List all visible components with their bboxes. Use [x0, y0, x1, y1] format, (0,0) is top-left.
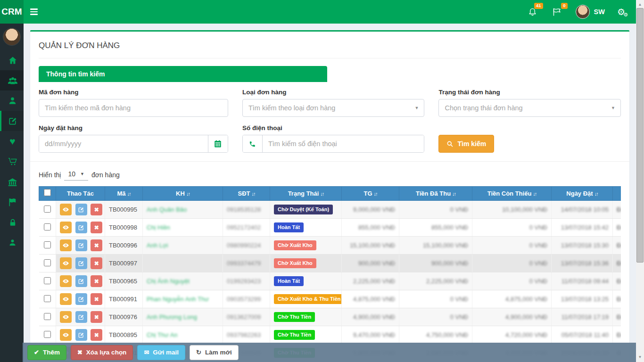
sort-icon[interactable]: ↓↑: [452, 191, 455, 197]
sidebar-user-avatar[interactable]: [3, 28, 21, 46]
sort-icon[interactable]: ↓↑: [594, 191, 598, 197]
send-mail-label: Gửi mail: [153, 349, 179, 356]
delete-button[interactable]: ✖: [91, 204, 102, 215]
total-cell: 9,470,000 VNĐ: [342, 326, 399, 344]
edit-button[interactable]: [75, 257, 87, 269]
sidebar-item-home[interactable]: [0, 50, 24, 70]
row-checkbox[interactable]: [44, 295, 51, 302]
column-header-Tiền Còn Thiếu[interactable]: Tiền Còn Thiếu↓↑: [472, 187, 552, 201]
sidebar-item-person[interactable]: [0, 232, 24, 253]
sidebar-item-bank[interactable]: [0, 172, 24, 192]
sidebar-item-users[interactable]: [0, 70, 24, 90]
delete-button[interactable]: ✖: [91, 329, 102, 341]
edit-button[interactable]: [75, 275, 87, 287]
sort-icon[interactable]: ↓↑: [533, 191, 536, 197]
sidebar-item-heart[interactable]: ♥: [0, 131, 24, 151]
page-size-select[interactable]: 10 ▼: [64, 169, 88, 181]
sidebar-item-flag[interactable]: [0, 192, 24, 212]
delete-button[interactable]: ✖: [91, 239, 102, 251]
remaining-cell: 10,100,000 VNĐ: [472, 201, 552, 219]
view-button[interactable]: [60, 222, 72, 233]
order-code-input[interactable]: [39, 99, 228, 117]
status-badge: Chờ Thu Tiền: [274, 330, 315, 340]
phone-input[interactable]: [263, 135, 424, 152]
sort-icon[interactable]: ↓↑: [374, 191, 377, 197]
row-checkbox[interactable]: [44, 241, 51, 248]
order-date-input[interactable]: [39, 135, 208, 152]
column-header-TG[interactable]: TG↓↑: [342, 187, 399, 201]
search-button[interactable]: Tìm kiếm: [438, 135, 494, 153]
scrollbar-thumb[interactable]: [636, 8, 644, 263]
calendar-button[interactable]: [208, 135, 228, 152]
sidebar-item-cart[interactable]: [0, 151, 24, 172]
scroll-down-arrow[interactable]: ▼: [636, 354, 644, 361]
column-header-KH[interactable]: KH↓↑: [143, 187, 223, 201]
customer-cell[interactable]: Anh Phương Long: [143, 308, 223, 326]
edit-button[interactable]: [75, 293, 87, 305]
sidebar-item-edit[interactable]: [0, 111, 24, 131]
sort-icon[interactable]: ↓↑: [252, 191, 255, 197]
order-type-select[interactable]: Tìm kiếm theo loại đơn hàng ▼: [242, 99, 425, 117]
row-checkbox[interactable]: [44, 313, 51, 320]
sidebar-toggle-button[interactable]: [24, 0, 44, 24]
vertical-scrollbar[interactable]: ▲ ▼: [636, 0, 644, 362]
refresh-button[interactable]: ↻ Làm mới: [190, 345, 239, 360]
column-header-SĐT[interactable]: SĐT↓↑: [223, 187, 270, 201]
order-code-cell: TB000976: [105, 308, 143, 326]
app-logo[interactable]: CRM: [0, 0, 24, 24]
delete-selection-button[interactable]: ✖ Xóa lựa chọn: [71, 345, 133, 360]
settings-button[interactable]: ⚙⚙: [617, 8, 625, 16]
order-status-select[interactable]: Chọn trạng thái đơn hàng ▼: [438, 99, 621, 117]
view-button[interactable]: [60, 239, 72, 251]
add-button[interactable]: ✔ Thêm: [27, 345, 66, 360]
customer-cell[interactable]: Anh Quân Bảo: [143, 201, 223, 219]
view-button[interactable]: [60, 257, 72, 269]
customer-cell[interactable]: Chị Ánh Nguyệt: [143, 272, 223, 290]
sort-icon[interactable]: ↓↑: [186, 191, 190, 197]
edit-button[interactable]: [75, 329, 87, 341]
row-select-cell: [39, 255, 56, 272]
edit-button[interactable]: [75, 311, 87, 323]
sidebar-item-user[interactable]: [0, 90, 24, 111]
customer-cell[interactable]: [143, 255, 223, 272]
order-date-group: [39, 135, 228, 153]
customer-cell[interactable]: Chị Hiền: [143, 219, 223, 237]
customer-cell[interactable]: Phan Nguyễn Anh Thư: [143, 290, 223, 308]
notifications-button[interactable]: 41: [527, 5, 539, 19]
user-menu[interactable]: SW: [576, 5, 605, 19]
view-button[interactable]: [60, 311, 72, 323]
column-header-Mã[interactable]: Mã↓↑: [105, 187, 143, 201]
sort-icon[interactable]: ↓↑: [320, 191, 323, 197]
view-button[interactable]: [60, 204, 72, 215]
edit-button[interactable]: [75, 239, 87, 251]
delete-button[interactable]: ✖: [91, 293, 102, 305]
delete-button[interactable]: ✖: [91, 275, 102, 287]
order-code-cell: TB000895: [105, 326, 143, 344]
send-mail-button[interactable]: ✉ Gửi mail: [137, 345, 185, 360]
order-status-placeholder: Chọn trạng thái đơn hàng: [445, 104, 522, 112]
column-header-Tiền Đã Thu[interactable]: Tiền Đã Thu↓↑: [399, 187, 472, 201]
row-checkbox[interactable]: [44, 223, 51, 230]
row-checkbox[interactable]: [44, 277, 51, 284]
edit-button[interactable]: [75, 222, 87, 233]
edit-icon: [78, 242, 84, 249]
customer-cell[interactable]: Chị Thư An: [143, 326, 223, 344]
delete-button[interactable]: ✖: [91, 311, 102, 323]
select-all-checkbox[interactable]: [44, 189, 51, 196]
column-header-Trạng Thái[interactable]: Trạng Thái↓↑: [270, 187, 342, 201]
view-button[interactable]: [60, 293, 72, 305]
row-checkbox[interactable]: [44, 259, 51, 266]
view-button[interactable]: [60, 329, 72, 341]
view-button[interactable]: [60, 275, 72, 287]
customer-cell[interactable]: Anh Lợi: [143, 237, 223, 255]
delete-button[interactable]: ✖: [91, 222, 102, 233]
edit-button[interactable]: [75, 204, 87, 215]
sidebar-item-lock[interactable]: [0, 212, 24, 232]
scroll-up-arrow[interactable]: ▲: [636, 1, 644, 8]
column-header-Ngày Đặt[interactable]: Ngày Đặt↓↑: [552, 187, 613, 201]
row-checkbox[interactable]: [44, 206, 51, 213]
delete-button[interactable]: ✖: [91, 257, 102, 269]
flags-button[interactable]: 0: [551, 5, 563, 19]
sort-icon[interactable]: ↓↑: [127, 191, 131, 197]
row-checkbox[interactable]: [44, 331, 51, 338]
